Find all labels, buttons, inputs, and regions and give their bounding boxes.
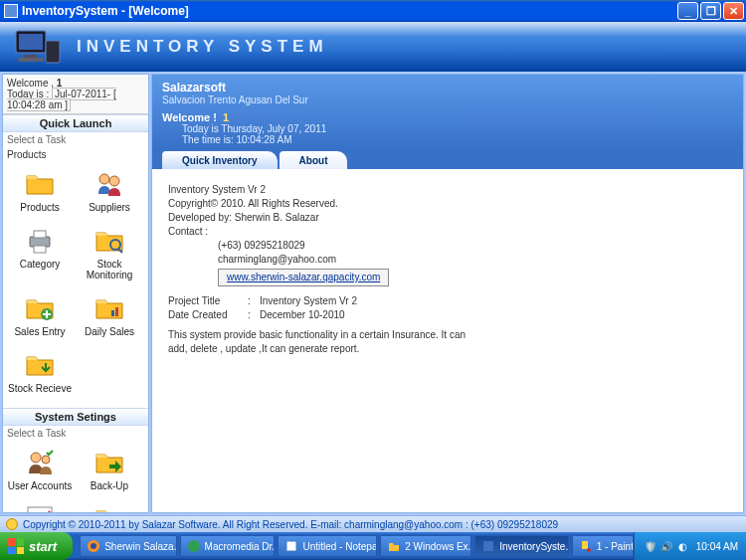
svg-point-6 xyxy=(109,176,119,186)
svg-rect-14 xyxy=(115,307,118,316)
svg-rect-13 xyxy=(111,310,114,316)
status-text: Copyright © 2010-2011 by Salazar Softwar… xyxy=(23,519,558,530)
tray-volume-icon[interactable]: ◐ xyxy=(676,540,689,553)
folder-back-icon xyxy=(93,447,125,478)
taskbar: start Sherwin Salaza...Macromedia Dr...U… xyxy=(0,532,746,560)
tray-shield-icon[interactable]: 🛡️ xyxy=(645,540,657,553)
about-phone: (+63) 09295218029 xyxy=(218,239,727,253)
project-title-label: Project Title xyxy=(168,294,248,308)
about-icon: ? xyxy=(93,503,125,513)
system-tray[interactable]: 🛡️ 🔊 ◐ 10:04 AM xyxy=(634,532,746,560)
svg-rect-9 xyxy=(34,246,46,253)
svg-point-26 xyxy=(587,548,591,552)
tab-bar: Quick Inventory About xyxy=(152,149,743,169)
task-explorer[interactable]: 2 Windows Ex... xyxy=(380,535,471,557)
launch-item-stock-recieve[interactable]: Stock Recieve xyxy=(5,347,75,396)
quick-launch-header: Quick Launch xyxy=(3,114,148,132)
banner-title: INVENTORY SYSTEM xyxy=(77,37,328,57)
launch-label-suppliers: Suppliers xyxy=(89,202,130,213)
status-bar: Copyright © 2010-2011 by Salazar Softwar… xyxy=(0,515,746,532)
launch-item-category[interactable]: Category xyxy=(5,223,75,282)
launch-item-user-accounts[interactable]: User Accounts xyxy=(5,445,75,493)
about-contact-label: Contact : xyxy=(168,225,727,239)
task-explorer-label: 2 Windows Ex... xyxy=(405,541,471,552)
launch-label-daily-sales: Daily Sales xyxy=(85,326,134,337)
task-dreamweaver-label: Macromedia Dr... xyxy=(205,541,276,552)
launch-item-products[interactable]: Products xyxy=(5,166,75,215)
launch-label-category: Category xyxy=(20,259,61,270)
windows-logo-icon xyxy=(8,538,24,554)
about-developer: Developed by: Sherwin B. Salazar xyxy=(168,211,727,225)
svg-point-15 xyxy=(31,453,41,463)
svg-rect-4 xyxy=(18,58,44,62)
svg-rect-24 xyxy=(483,541,493,551)
minimize-button[interactable]: _ xyxy=(677,2,698,20)
svg-rect-17 xyxy=(28,507,52,513)
svg-rect-3 xyxy=(24,55,38,58)
task-inventory-label: InventorySyste... xyxy=(499,541,568,552)
users-icon xyxy=(24,447,56,478)
about-description: This system provide basic functionality … xyxy=(168,328,466,356)
tray-network-icon[interactable]: 🔊 xyxy=(660,540,673,553)
main-welcome: Welcome ! 1 xyxy=(162,111,733,123)
tray-clock[interactable]: 10:04 AM xyxy=(696,541,738,552)
folder-in-icon xyxy=(24,349,56,381)
about-copyright: Copyright© 2010. All Rights Reserved. xyxy=(168,197,727,211)
launch-item-back-up[interactable]: Back-Up xyxy=(75,445,144,493)
task-firefox-label: Sherwin Salaza... xyxy=(104,541,176,552)
folder-icon xyxy=(24,168,56,200)
task-notepad[interactable]: Untitled - Notepad xyxy=(278,535,377,557)
maximize-button[interactable]: ❐ xyxy=(700,2,721,20)
launch-label-stock-recieve: Stock Recieve xyxy=(8,383,72,394)
date-created-value: December 10-2010 xyxy=(260,308,345,322)
launch-item-daily-sales[interactable]: Daily Sales xyxy=(75,290,144,339)
system-settings-header: System Setings xyxy=(3,408,148,426)
launch-label-stock-monitoring: Stock Monitoring xyxy=(76,259,143,280)
launch-item-suppliers[interactable]: Suppliers xyxy=(75,166,144,215)
notepad-icon xyxy=(284,539,298,553)
launch-item-sales-entry[interactable]: Sales Entry xyxy=(5,290,75,339)
folder-plus-icon xyxy=(24,292,56,324)
folder-chart-icon xyxy=(93,292,125,324)
svg-rect-1 xyxy=(19,34,43,50)
date-created-label: Date Created xyxy=(168,308,248,322)
tab-about[interactable]: About xyxy=(280,151,348,169)
task-firefox[interactable]: Sherwin Salaza... xyxy=(80,535,176,557)
about-title: Inventory System Vr 2 xyxy=(168,183,727,197)
launch-item-stock-monitoring[interactable]: Stock Monitoring xyxy=(75,223,144,282)
firefox-icon xyxy=(87,539,100,553)
task-inventory[interactable]: InventorySyste... xyxy=(474,535,568,557)
svg-point-16 xyxy=(42,456,50,464)
app-icon xyxy=(481,539,495,553)
folder-search-icon xyxy=(93,225,125,257)
about-url-button[interactable]: www.sherwin-salazar.qapacity.com xyxy=(218,269,389,286)
main-date-line: Today is Thursday, July 07, 2011 xyxy=(182,123,733,134)
company-name: Salazarsoft xyxy=(162,81,733,94)
products-group-label: Products xyxy=(3,147,148,162)
company-address: Salvacion Trento Agusan Del Sur xyxy=(162,94,733,105)
main-panel: Salazarsoft Salvacion Trento Agusan Del … xyxy=(151,74,744,513)
select-task-label-2: Select a Task xyxy=(3,426,148,441)
task-paint[interactable]: 1 - Paint xyxy=(572,535,634,557)
app-banner: INVENTORY SYSTEM xyxy=(0,22,746,72)
task-dreamweaver[interactable]: Macromedia Dr... xyxy=(180,535,276,557)
sidebar: Welcome , 1 Today is : Jul-07-2011- [ 10… xyxy=(2,74,149,513)
launch-item-about[interactable]: ?About xyxy=(75,501,144,513)
app-icon xyxy=(4,4,18,18)
about-content: Inventory System Vr 2 Copyright© 2010. A… xyxy=(152,169,743,370)
task-notepad-label: Untitled - Notepad xyxy=(302,541,377,552)
window-titlebar: InventorySystem - [Welcome] _ ❐ ✕ xyxy=(0,0,746,22)
launch-label-products: Products xyxy=(20,202,59,213)
svg-rect-8 xyxy=(34,231,46,238)
computer-logo-icon xyxy=(10,27,65,67)
people-icon xyxy=(93,168,125,200)
sidebar-welcome-box: Welcome , 1 Today is : Jul-07-2011- [ 10… xyxy=(3,75,148,114)
about-email: charminglang@yahoo.com xyxy=(218,253,727,267)
launch-item-business-info[interactable]: Business Info xyxy=(5,501,75,513)
select-task-label: Select a Task xyxy=(3,132,148,147)
paint-icon xyxy=(579,539,593,553)
tab-quick-inventory[interactable]: Quick Inventory xyxy=(162,151,278,169)
status-bulb-icon xyxy=(6,518,18,530)
start-button[interactable]: start xyxy=(0,532,73,560)
close-button[interactable]: ✕ xyxy=(723,2,744,20)
